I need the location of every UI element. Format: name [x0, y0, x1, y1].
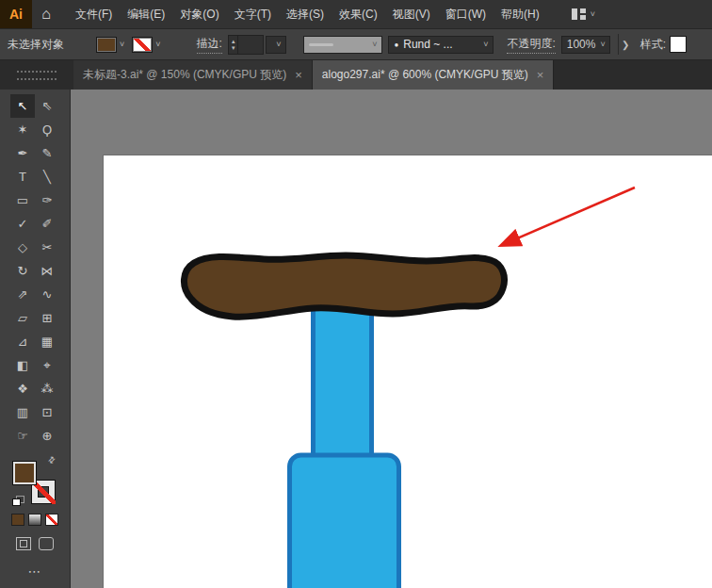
workspace-switcher-button[interactable]: ˅ [566, 0, 601, 28]
perspective-grid-tool[interactable]: ⊿ [10, 330, 35, 353]
stroke-weight-value[interactable] [238, 36, 263, 54]
home-button[interactable]: ⌂ [32, 0, 60, 28]
shape-builder-tool[interactable]: ⊞ [35, 306, 59, 330]
screen-mode-button[interactable] [39, 537, 54, 550]
stepper-up-icon[interactable]: ▴ [232, 38, 235, 44]
width-profile-icon [309, 43, 333, 46]
handle-shape[interactable] [184, 255, 504, 317]
line-segment-tool[interactable]: ╲ [35, 165, 59, 188]
menu-item-object[interactable]: 对象(O) [172, 0, 226, 28]
chevron-right-icon: ❯ [622, 40, 629, 50]
gradient-tool[interactable]: ◧ [10, 353, 35, 377]
toolbar-drag-handle-icon [17, 71, 57, 80]
draw-mode-button[interactable] [16, 537, 31, 550]
artboard-tool[interactable]: ⊡ [35, 400, 59, 424]
brush-bullet-icon: ● [394, 41, 398, 49]
chevron-down-icon: ˅ [276, 41, 281, 49]
chevron-down-icon: ˅ [120, 41, 124, 49]
gradient-button[interactable] [28, 514, 41, 526]
menu-item-window[interactable]: 窗口(W) [438, 0, 494, 28]
tab-untitled-3[interactable]: 未标题-3.ai* @ 150% (CMYK/GPU 预览)× [73, 60, 313, 90]
scissors-tool[interactable]: ✂ [35, 236, 59, 259]
stroke-none-swatch[interactable] [132, 37, 153, 53]
stroke-weight-label[interactable]: 描边: [197, 36, 222, 54]
annotation-arrow[interactable] [502, 188, 635, 245]
fill-indicator[interactable] [12, 461, 37, 485]
pump-body-shape[interactable] [290, 455, 399, 588]
stepper-down-icon[interactable]: ▾ [232, 44, 235, 51]
hand-tool[interactable]: ☞ [10, 424, 35, 448]
tab-close-icon[interactable]: × [295, 68, 302, 82]
menu-item-effect[interactable]: 效果(C) [332, 0, 385, 28]
free-transform-tool[interactable]: ▱ [10, 306, 35, 330]
chevron-down-icon: ˅ [372, 41, 377, 49]
tools-grid: ↖⇖✶Ϙ✒✎T╲▭✑✓✐◇✂↻⋈⇗∿▱⊞⊿▦◧⌖❖⁂▥⊡☞⊕ [10, 94, 59, 448]
selection-tool[interactable]: ↖ [10, 94, 35, 118]
workspace-grid-icon [572, 8, 586, 20]
swap-fill-stroke-icon[interactable]: ⇄ [46, 454, 57, 466]
menu-item-edit[interactable]: 编辑(E) [120, 0, 172, 28]
scale-tool[interactable]: ⇗ [10, 283, 35, 306]
paintbrush-tool[interactable]: ✑ [35, 188, 59, 212]
fill-stroke-indicator: ⇄ [12, 457, 57, 504]
default-fill-stroke-icon[interactable] [12, 496, 24, 506]
tab-alogo297[interactable]: alogo297.ai* @ 600% (CMYK/GPU 预览)× [313, 60, 555, 90]
home-icon: ⌂ [41, 6, 51, 23]
no-selection-label: 未选择对象 [8, 37, 64, 53]
tab-title: alogo297.ai* @ 600% (CMYK/GPU 预览) [322, 67, 528, 83]
width-profile-dropdown: ˅ [303, 36, 382, 54]
tab-close-icon[interactable]: × [537, 68, 544, 82]
style-swatch-control[interactable] [670, 36, 687, 53]
pencil-tool[interactable]: ✐ [35, 212, 59, 236]
menu-item-select[interactable]: 选择(S) [279, 0, 332, 28]
artwork-layer [71, 90, 712, 588]
fill-color-control[interactable]: ˅ [96, 37, 124, 53]
menu-item-type[interactable]: 文字(T) [227, 0, 279, 28]
canvas-area[interactable] [71, 90, 712, 588]
menu-item-view[interactable]: 视图(V) [385, 0, 438, 28]
shaper-tool[interactable]: ✓ [10, 212, 35, 236]
opacity-label[interactable]: 不透明度: [507, 36, 555, 54]
mesh-tool[interactable]: ▦ [35, 330, 59, 353]
zoom-tool[interactable]: ⊕ [35, 424, 59, 448]
direct-selection-tool[interactable]: ⇖ [35, 94, 59, 118]
control-bar: 未选择对象 ˅ ˅ 描边: ▴ ▾ ˅ ˅ ● Rund ~ ... ˅ 不透明… [0, 28, 712, 60]
column-graph-tool[interactable]: ▥ [10, 400, 35, 424]
menu-item-file[interactable]: 文件(F) [68, 0, 120, 28]
blend-tool[interactable]: ❖ [10, 377, 35, 400]
opacity-value[interactable]: 100% [567, 38, 596, 51]
type-tool[interactable]: T [10, 165, 35, 188]
symbol-sprayer-tool[interactable]: ⁂ [35, 377, 59, 400]
panel-expand-button[interactable]: ❯ [618, 34, 633, 55]
curvature-tool[interactable]: ✎ [35, 141, 59, 165]
chevron-down-icon: ˅ [483, 41, 488, 49]
rotate-tool[interactable]: ↻ [10, 259, 35, 283]
magic-wand-tool[interactable]: ✶ [10, 118, 35, 141]
eyedropper-tool[interactable]: ⌖ [35, 353, 59, 377]
menubar: Ai ⌂ 文件(F)编辑(E)对象(O)文字(T)选择(S)效果(C)视图(V)… [0, 0, 712, 28]
brush-definition-dropdown[interactable]: ● Rund ~ ... ˅ [388, 36, 494, 54]
edit-toolbar-button[interactable]: ⋯ [28, 564, 42, 579]
illustrator-logo: Ai [0, 0, 32, 28]
menubar-items: 文件(F)编辑(E)对象(O)文字(T)选择(S)效果(C)视图(V)窗口(W)… [68, 0, 547, 28]
rectangle-tool[interactable]: ▭ [10, 188, 35, 212]
menu-item-help[interactable]: 帮助(H) [494, 0, 547, 28]
stroke-weight-dropdown[interactable]: ˅ [266, 36, 286, 54]
pump-shaft-shape[interactable] [314, 297, 372, 457]
lasso-tool[interactable]: Ϙ [35, 118, 59, 141]
eraser-tool[interactable]: ◇ [10, 236, 35, 259]
pen-tool[interactable]: ✒ [10, 141, 35, 165]
tab-strip: 未标题-3.ai* @ 150% (CMYK/GPU 预览)×alogo297.… [73, 60, 554, 90]
color-button[interactable] [11, 514, 24, 526]
opacity-dropdown[interactable]: 100% ˅ [561, 36, 610, 54]
none-button[interactable] [45, 514, 58, 526]
fill-color-swatch[interactable] [96, 37, 117, 53]
toolbar-panel-header[interactable] [0, 60, 73, 90]
stroke-weight-stepper[interactable]: ▴ ▾ [228, 35, 265, 55]
stroke-color-control[interactable]: ˅ [132, 37, 160, 53]
chevron-down-icon: ˅ [600, 41, 605, 49]
style-swatch[interactable] [670, 36, 687, 53]
stepper-arrows-icon[interactable]: ▴ ▾ [229, 36, 239, 54]
width-tool[interactable]: ∿ [35, 283, 59, 306]
reflect-tool[interactable]: ⋈ [35, 259, 59, 283]
